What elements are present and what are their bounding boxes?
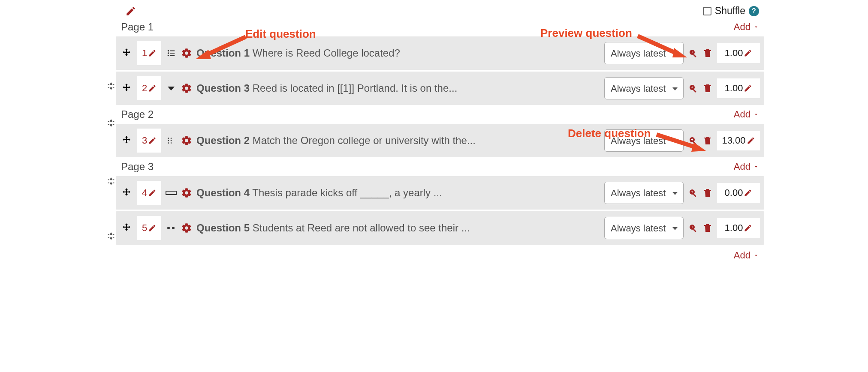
page-header-3: Page 3 Add — [104, 159, 764, 174]
question-number: 5 — [142, 222, 147, 234]
pencil-icon — [148, 84, 157, 93]
move-icon[interactable] — [120, 187, 133, 198]
pencil-icon — [744, 189, 752, 197]
mark-box[interactable]: 1.00 — [717, 218, 760, 238]
question-row: 2 Question 3 Reed is located in [[1]] Po… — [116, 72, 764, 105]
chevron-down-icon — [753, 24, 759, 30]
footer-add-row: Add — [104, 246, 764, 264]
page-break-icon[interactable] — [106, 81, 116, 91]
pencil-icon — [744, 224, 752, 232]
trash-icon[interactable] — [702, 223, 713, 233]
question-number-box[interactable]: 3 — [137, 129, 161, 153]
pencil-icon — [148, 136, 157, 145]
move-icon[interactable] — [120, 222, 133, 234]
toolbar-row: Shuffle ? — [104, 3, 764, 19]
mark-box[interactable]: 0.00 — [717, 183, 760, 203]
shuffle-label: Shuffle — [715, 5, 745, 17]
qtype-dropdown-icon — [166, 85, 177, 91]
question-row: 5 Question 5 Students at Reed are not al… — [116, 211, 764, 245]
page-title: Page 3 — [121, 161, 154, 173]
chevron-down-icon — [753, 164, 759, 170]
mark-box[interactable]: 1.00 — [717, 78, 760, 98]
add-button[interactable]: Add — [734, 250, 759, 261]
move-icon[interactable] — [120, 135, 133, 146]
pencil-icon — [148, 189, 157, 197]
svg-text:+: + — [691, 138, 693, 142]
question-number: 2 — [142, 83, 147, 94]
move-icon[interactable] — [120, 83, 133, 94]
move-icon[interactable] — [120, 48, 133, 59]
pencil-icon[interactable] — [125, 6, 136, 17]
gear-icon[interactable] — [181, 135, 192, 146]
svg-rect-10 — [693, 54, 696, 57]
preview-icon[interactable]: + — [688, 188, 698, 198]
svg-rect-14 — [693, 89, 696, 93]
add-button[interactable]: Add — [734, 21, 759, 33]
pencil-icon — [148, 49, 157, 57]
pencil-icon — [744, 84, 752, 93]
preview-icon[interactable]: + — [688, 223, 698, 233]
qtype-truefalse-icon — [166, 226, 177, 230]
svg-rect-32 — [693, 229, 696, 232]
trash-icon[interactable] — [702, 48, 713, 58]
mark-box[interactable]: 1.00 — [717, 43, 760, 63]
question-number: 4 — [142, 187, 147, 198]
preview-icon[interactable]: + — [688, 83, 698, 93]
svg-point-30 — [172, 227, 175, 229]
trash-icon[interactable] — [702, 135, 713, 146]
page-break-icon[interactable] — [106, 177, 116, 186]
question-text[interactable]: Question 5 Students at Reed are not allo… — [196, 222, 600, 234]
svg-rect-4 — [170, 51, 175, 51]
svg-marker-12 — [168, 87, 175, 90]
question-number-box[interactable]: 2 — [137, 76, 161, 100]
svg-rect-27 — [693, 194, 696, 197]
trash-icon[interactable] — [702, 83, 713, 93]
svg-rect-6 — [170, 53, 175, 54]
svg-text:+: + — [691, 85, 693, 90]
question-text[interactable]: Question 3 Reed is located in [[1]] Port… — [196, 82, 600, 94]
pencil-icon — [747, 136, 755, 145]
svg-point-18 — [168, 142, 169, 144]
help-icon[interactable]: ? — [749, 6, 759, 16]
version-select[interactable]: Always latest — [604, 77, 684, 99]
add-button[interactable]: Add — [734, 161, 759, 172]
page-title: Page 1 — [121, 21, 154, 33]
gear-icon[interactable] — [181, 83, 192, 94]
question-number-box[interactable]: 1 — [137, 41, 161, 65]
question-row: 1 Question 1 Where is Reed College locat… — [116, 36, 764, 70]
add-button[interactable]: Add — [734, 109, 759, 120]
preview-icon[interactable]: + — [688, 48, 698, 58]
question-text[interactable]: Question 1 Where is Reed College located… — [196, 47, 600, 59]
gear-icon[interactable] — [181, 187, 192, 198]
qtype-gapfill-icon — [166, 191, 177, 195]
question-text[interactable]: Question 2 Match the Oregon college or u… — [196, 135, 600, 147]
gear-icon[interactable] — [181, 222, 192, 234]
question-text[interactable]: Question 4 Thesis parade kicks off _____… — [196, 187, 600, 199]
version-select[interactable]: Always latest — [604, 217, 684, 239]
shuffle-checkbox[interactable] — [703, 7, 711, 15]
pencil-icon — [148, 224, 157, 232]
gear-icon[interactable] — [181, 48, 192, 59]
svg-text:+: + — [691, 190, 693, 194]
page-break-icon[interactable] — [106, 231, 116, 241]
qtype-match-icon — [166, 136, 177, 145]
svg-point-7 — [168, 55, 169, 57]
pencil-icon — [744, 49, 752, 57]
question-number: 1 — [142, 48, 147, 59]
qtype-choice-icon — [166, 48, 177, 58]
question-number-box[interactable]: 4 — [137, 181, 161, 205]
svg-text:+: + — [691, 225, 693, 229]
svg-point-29 — [167, 227, 170, 229]
svg-point-5 — [168, 52, 169, 54]
question-number-box[interactable]: 5 — [137, 216, 161, 240]
version-select[interactable]: Always latest — [604, 129, 684, 152]
page-header-1: Page 1 Add — [104, 19, 764, 35]
version-select[interactable]: Always latest — [604, 42, 684, 64]
svg-rect-25 — [166, 191, 176, 195]
trash-icon[interactable] — [702, 188, 713, 198]
mark-box[interactable]: 13.00 — [717, 131, 760, 150]
question-number: 3 — [142, 135, 147, 146]
preview-icon[interactable]: + — [688, 135, 698, 146]
page-title: Page 2 — [121, 108, 154, 120]
version-select[interactable]: Always latest — [604, 182, 684, 204]
